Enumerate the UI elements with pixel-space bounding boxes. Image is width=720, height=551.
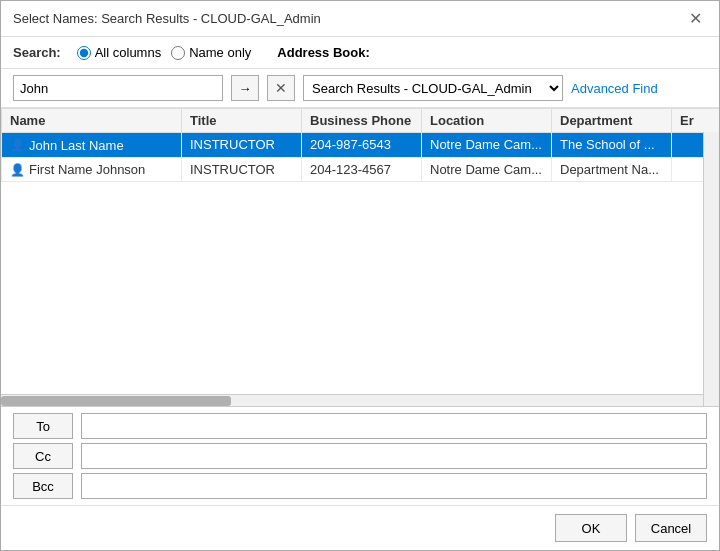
results-table: Name Title Business Phone Location Depar… (1, 108, 719, 182)
cell-title: INSTRUCTOR (182, 133, 302, 158)
results-table-container: Name Title Business Phone Location Depar… (1, 108, 719, 407)
cell-location: Notre Dame Cam... (422, 157, 552, 182)
name-only-label: Name only (189, 45, 251, 60)
col-header-dept: Department (552, 109, 672, 133)
person-icon: John Last Name (10, 138, 124, 153)
address-book-select[interactable]: Search Results - CLOUD-GAL_Admin (303, 75, 563, 101)
cc-input[interactable] (81, 443, 707, 469)
table-row[interactable]: First Name JohnsonINSTRUCTOR204-123-4567… (2, 157, 720, 182)
search-input[interactable] (13, 75, 223, 101)
cancel-button[interactable]: Cancel (635, 514, 707, 542)
ok-button[interactable]: OK (555, 514, 627, 542)
scrollbar-thumb (1, 396, 231, 406)
name-only-option[interactable]: Name only (171, 45, 251, 60)
person-icon: First Name Johnson (10, 162, 145, 177)
input-row: → ✕ Search Results - CLOUD-GAL_Admin Adv… (1, 69, 719, 108)
advanced-find-link[interactable]: Advanced Find (571, 81, 658, 96)
cell-phone: 204-123-4567 (302, 157, 422, 182)
dialog-title: Select Names: Search Results - CLOUD-GAL… (13, 11, 321, 26)
bcc-input[interactable] (81, 473, 707, 499)
cc-field-row: Cc (13, 443, 707, 469)
col-header-phone: Business Phone (302, 109, 422, 133)
search-row: Search: All columns Name only Address Bo… (1, 37, 719, 69)
cell-department: Department Na... (552, 157, 672, 182)
clear-button[interactable]: ✕ (267, 75, 295, 101)
dialog: Select Names: Search Results - CLOUD-GAL… (0, 0, 720, 551)
search-label: Search: (13, 45, 61, 60)
table-header-row: Name Title Business Phone Location Depar… (2, 109, 720, 133)
col-header-name: Name (2, 109, 182, 133)
bcc-field-row: Bcc (13, 473, 707, 499)
col-header-er: Er (672, 109, 720, 133)
radio-group: All columns Name only (77, 45, 252, 60)
col-header-title: Title (182, 109, 302, 133)
all-columns-label: All columns (95, 45, 161, 60)
title-bar: Select Names: Search Results - CLOUD-GAL… (1, 1, 719, 37)
cell-phone: 204-987-6543 (302, 133, 422, 158)
address-book-label: Address Book: (277, 45, 369, 60)
cell-department: The School of ... (552, 133, 672, 158)
close-button[interactable]: ✕ (683, 7, 707, 31)
cell-title: INSTRUCTOR (182, 157, 302, 182)
cell-location: Notre Dame Cam... (422, 133, 552, 158)
table-wrapper: Name Title Business Phone Location Depar… (1, 108, 719, 394)
cc-button[interactable]: Cc (13, 443, 73, 469)
table-row[interactable]: John Last NameINSTRUCTOR204-987-6543Notr… (2, 133, 720, 158)
footer: OK Cancel (1, 506, 719, 550)
col-header-location: Location (422, 109, 552, 133)
results-tbody: John Last NameINSTRUCTOR204-987-6543Notr… (2, 133, 720, 182)
search-button[interactable]: → (231, 75, 259, 101)
fields-section: To Cc Bcc (1, 407, 719, 506)
all-columns-option[interactable]: All columns (77, 45, 161, 60)
to-field-row: To (13, 413, 707, 439)
all-columns-radio[interactable] (77, 46, 91, 60)
cell-name: First Name Johnson (2, 157, 182, 182)
cell-name: John Last Name (2, 133, 182, 158)
horizontal-scrollbar[interactable] (1, 394, 719, 406)
vertical-scrollbar[interactable] (703, 132, 719, 406)
to-button[interactable]: To (13, 413, 73, 439)
to-input[interactable] (81, 413, 707, 439)
name-only-radio[interactable] (171, 46, 185, 60)
bcc-button[interactable]: Bcc (13, 473, 73, 499)
